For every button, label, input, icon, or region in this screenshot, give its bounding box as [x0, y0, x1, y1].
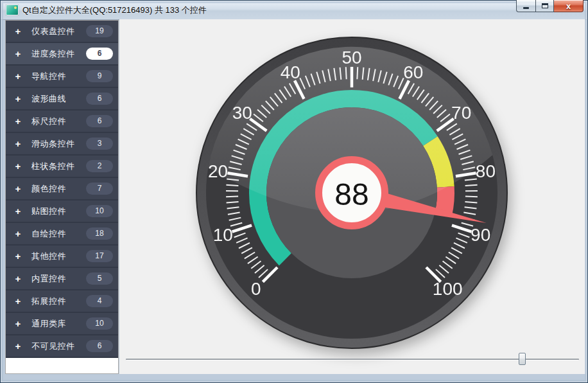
sidebar-item-2[interactable]: + 进度条控件 6	[6, 43, 118, 66]
title-bar[interactable]: Qt自定义控件大全(QQ:517216493) 共 133 个控件	[1, 1, 587, 20]
count-badge: 18	[86, 227, 113, 240]
count-badge: 6	[86, 340, 113, 352]
sidebar-item-6[interactable]: + 滑动条控件 3	[6, 133, 118, 156]
plus-icon: +	[12, 71, 24, 81]
plus-icon: +	[12, 116, 24, 126]
sidebar-item-label: 进度条控件	[31, 48, 86, 60]
count-badge: 2	[86, 160, 113, 172]
svg-text:90: 90	[471, 225, 490, 245]
sidebar-item-label: 通用类库	[31, 318, 86, 330]
sidebar-item-11[interactable]: + 其他控件 17	[6, 245, 118, 268]
count-badge: 19	[86, 25, 113, 37]
gauge-value: 88	[334, 177, 368, 211]
svg-text:0: 0	[251, 279, 261, 299]
sidebar-item-1[interactable]: + 仪表盘控件 19	[6, 21, 118, 43]
sidebar-item-label: 颜色控件	[31, 183, 86, 195]
count-badge: 6	[86, 93, 113, 105]
maximize-icon	[542, 3, 548, 8]
sidebar-item-label: 仪表盘控件	[31, 26, 86, 37]
main-panel: 010203040506070809010088	[119, 19, 585, 374]
svg-text:100: 100	[433, 279, 463, 299]
count-badge: 6	[86, 48, 113, 60]
plus-icon: +	[12, 139, 24, 148]
plus-icon: +	[12, 341, 24, 351]
sidebar-item-13[interactable]: + 拓展控件 4	[6, 290, 118, 313]
sidebar-item-4[interactable]: + 波形曲线 6	[6, 88, 118, 111]
count-badge: 4	[86, 295, 113, 307]
maximize-button[interactable]	[535, 0, 554, 12]
count-badge: 10	[86, 205, 113, 217]
plus-icon: +	[12, 184, 24, 193]
plus-icon: +	[12, 319, 24, 328]
plus-icon: +	[12, 251, 24, 261]
sidebar-item-12[interactable]: + 内置控件 5	[6, 268, 118, 290]
caption-buttons: x	[516, 0, 584, 12]
sidebar-item-14[interactable]: + 通用类库 10	[6, 313, 118, 335]
slider-groove[interactable]	[126, 359, 579, 361]
count-badge: 17	[86, 250, 113, 262]
plus-icon: +	[12, 49, 24, 58]
plus-icon: +	[12, 26, 24, 36]
sidebar-item-label: 内置控件	[31, 273, 86, 285]
count-badge: 7	[86, 183, 113, 195]
sidebar-item-label: 波形曲线	[31, 93, 86, 105]
sidebar-item-label: 标尺控件	[31, 116, 86, 127]
sidebar-item-9[interactable]: + 贴图控件 10	[6, 200, 118, 223]
value-slider	[119, 352, 585, 368]
sidebar-item-7[interactable]: + 柱状条控件 2	[6, 156, 118, 178]
sidebar-item-label: 自绘控件	[31, 228, 86, 240]
gauge-progress-widget: 010203040506070809010088	[119, 19, 585, 374]
plus-icon: +	[12, 274, 24, 283]
sidebar-item-10[interactable]: + 自绘控件 18	[6, 223, 118, 245]
plus-icon: +	[12, 161, 24, 171]
close-button[interactable]: x	[554, 0, 584, 12]
count-badge: 5	[86, 272, 113, 285]
count-badge: 6	[86, 115, 113, 127]
sidebar-item-label: 导航控件	[31, 71, 86, 82]
window-title: Qt自定义控件大全(QQ:517216493) 共 133 个控件	[22, 4, 207, 16]
sidebar-item-15[interactable]: + 不可见控件 6	[6, 335, 118, 358]
minimize-icon	[523, 7, 529, 9]
plus-icon: +	[12, 229, 24, 238]
svg-text:10: 10	[213, 225, 233, 245]
sidebar-item-label: 不可见控件	[31, 341, 86, 352]
plus-icon: +	[12, 296, 24, 306]
count-badge: 3	[86, 138, 113, 150]
app-icon[interactable]	[6, 4, 19, 15]
sidebar-item-5[interactable]: + 标尺控件 6	[6, 111, 118, 133]
sidebar-item-label: 滑动条控件	[31, 138, 86, 150]
slider-handle[interactable]	[519, 353, 526, 365]
count-badge: 9	[86, 70, 113, 82]
plus-icon: +	[12, 206, 24, 216]
sidebar-item-label: 柱状条控件	[31, 161, 86, 172]
sidebar-item-label: 拓展控件	[31, 296, 86, 307]
sidebar-item-label: 其他控件	[31, 251, 86, 262]
close-icon: x	[566, 2, 571, 10]
plus-icon: +	[12, 94, 24, 103]
count-badge: 10	[86, 317, 113, 330]
sidebar-item-8[interactable]: + 颜色控件 7	[6, 178, 118, 200]
sidebar-nav: + 仪表盘控件 19 + 进度条控件 6 + 导航控件 9 + 波形曲线 6 +…	[5, 20, 119, 374]
sidebar-item-label: 贴图控件	[31, 206, 86, 217]
minimize-button[interactable]	[516, 0, 535, 12]
sidebar-item-3[interactable]: + 导航控件 9	[6, 66, 118, 88]
